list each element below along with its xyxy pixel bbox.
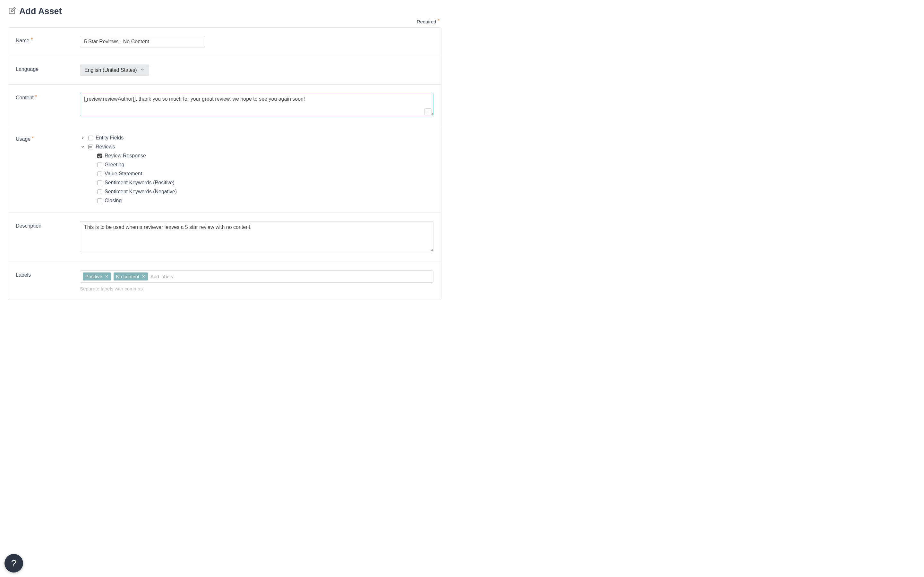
reviews-checkbox[interactable] — [88, 145, 93, 149]
usage-tree: Entity Fields Reviews Review Response — [80, 134, 433, 204]
add-asset-form: Name* Language English (United States) C — [8, 27, 441, 300]
greeting-checkbox[interactable] — [97, 163, 102, 167]
language-dropdown[interactable]: English (United States) — [80, 64, 149, 76]
sentiment-positive-checkbox[interactable] — [97, 181, 102, 185]
reviews-label: Reviews — [95, 144, 115, 150]
required-indicator: Required * — [8, 19, 441, 25]
entity-fields-checkbox[interactable] — [88, 135, 93, 140]
content-textarea[interactable] — [80, 93, 433, 116]
closing-label: Closing — [105, 198, 121, 203]
sentiment-negative-label: Sentiment Keywords (Negative) — [105, 189, 177, 195]
name-input[interactable] — [80, 36, 205, 47]
page-title: Add Asset — [19, 6, 62, 16]
remove-tag-icon[interactable]: ✕ — [142, 274, 145, 279]
remove-tag-icon[interactable]: ✕ — [105, 274, 108, 279]
chevron-right-icon[interactable] — [80, 135, 86, 141]
labels-input[interactable] — [150, 272, 212, 280]
usage-label: Usage* — [16, 134, 80, 142]
chevron-down-icon[interactable] — [80, 144, 86, 150]
name-label: Name* — [16, 36, 80, 44]
sentiment-positive-label: Sentiment Keywords (Positive) — [105, 180, 174, 185]
greeting-label: Greeting — [105, 162, 124, 168]
description-textarea[interactable] — [80, 221, 433, 252]
edit-icon — [8, 7, 16, 16]
review-response-checkbox[interactable] — [97, 153, 102, 158]
value-statement-checkbox[interactable] — [97, 171, 102, 176]
review-response-label: Review Response — [105, 153, 146, 159]
sentiment-negative-checkbox[interactable] — [97, 189, 102, 194]
labels-label: Labels — [16, 270, 80, 278]
insert-variable-button[interactable]: + — [425, 108, 431, 115]
labels-field[interactable]: Positive ✕ No content ✕ — [80, 270, 433, 283]
chevron-down-icon — [140, 67, 145, 73]
labels-hint: Separate labels with commas — [80, 286, 433, 292]
closing-checkbox[interactable] — [97, 198, 102, 203]
language-label: Language — [16, 64, 80, 72]
label-tag-no-content: No content ✕ — [113, 272, 148, 280]
label-tag-positive: Positive ✕ — [83, 272, 111, 280]
value-statement-label: Value Statement — [105, 171, 142, 177]
entity-fields-label: Entity Fields — [95, 135, 124, 141]
description-label: Description — [16, 221, 80, 229]
content-label: Content* — [16, 93, 80, 101]
language-value: English (United States) — [84, 67, 137, 73]
